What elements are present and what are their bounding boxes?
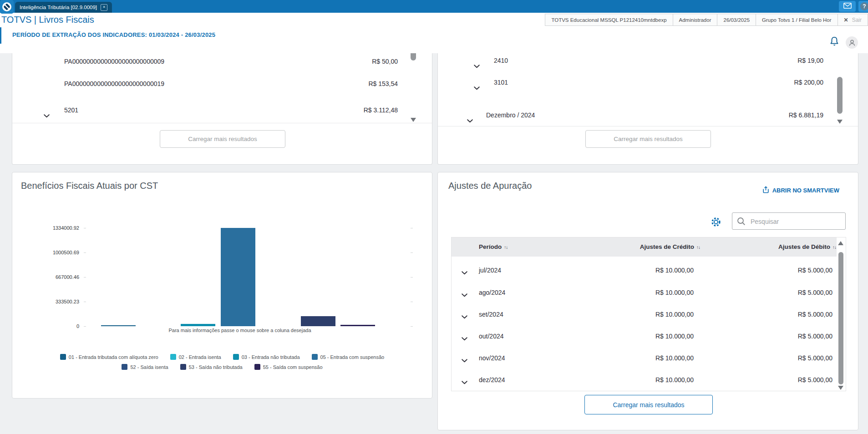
y-axis-tick-mark-right bbox=[411, 228, 413, 228]
open-in-smartview-link[interactable]: ABRIR NO SMARTVIEW bbox=[762, 186, 839, 195]
legend-item: 01 - Entrada tributada com alíquota zero bbox=[60, 354, 158, 360]
sort-icon[interactable]: ↑↓ bbox=[832, 245, 836, 250]
chevron-down-icon[interactable] bbox=[462, 334, 467, 343]
scrollbar-thumb[interactable] bbox=[838, 252, 843, 384]
status-cell-1: Administrador bbox=[673, 14, 717, 25]
legend-label: 01 - Entrada tributada com alíquota zero bbox=[69, 354, 158, 360]
cell-ajustes-credito: R$ 10.000,00 bbox=[655, 282, 694, 303]
right-list-row-label: 3101 bbox=[494, 75, 508, 90]
scrollbar-up-arrow[interactable] bbox=[838, 241, 843, 245]
cell-ajustes-credito: R$ 10.000,00 bbox=[655, 325, 694, 347]
user-avatar[interactable] bbox=[846, 36, 858, 49]
cell-ajustes-debito: R$ 5.000,00 bbox=[798, 259, 832, 281]
app-title: TOTVS | Livros Fiscais bbox=[1, 13, 94, 26]
chart-bar-55[interactable] bbox=[340, 325, 375, 326]
right-list-row-value: R$ 200,00 bbox=[794, 75, 823, 90]
cell-periodo: jul/2024 bbox=[479, 259, 501, 281]
left-accent-bar bbox=[0, 27, 1, 44]
tab-inteligencia-tributaria[interactable]: Inteligência Tributária [02.9.0009] ✕ bbox=[15, 2, 112, 13]
table-row-dez-2024[interactable]: dez/2024R$ 10.000,00R$ 5.000,00 bbox=[452, 369, 846, 391]
chevron-down-icon[interactable] bbox=[462, 378, 467, 386]
scrollbar-thumb[interactable] bbox=[411, 53, 416, 61]
status-cell-2: 26/03/2025 bbox=[717, 14, 756, 25]
cell-ajustes-debito: R$ 5.000,00 bbox=[798, 303, 832, 325]
help-icon: ? bbox=[860, 2, 868, 10]
chevron-down-icon[interactable] bbox=[462, 313, 467, 321]
column-label: Período bbox=[479, 243, 502, 250]
beneficios-fiscais-chart-panel: Benefícios Fiscais Atuais por CST 133400… bbox=[12, 172, 432, 399]
chevron-down-icon[interactable] bbox=[462, 268, 467, 277]
y-axis-tick-mark bbox=[84, 326, 86, 327]
cell-ajustes-credito: R$ 10.000,00 bbox=[655, 347, 694, 369]
chevron-down-icon[interactable] bbox=[462, 291, 467, 299]
search-input[interactable] bbox=[750, 213, 843, 230]
table-settings-gear-icon[interactable] bbox=[711, 217, 721, 229]
legend-item: 55 - Saída com suspensão bbox=[254, 364, 323, 370]
left-list-row-1[interactable]: PA00000000000000000000000019R$ 153,54 bbox=[12, 76, 432, 91]
legend-label: 05 - Entrada com suspensão bbox=[320, 354, 385, 360]
load-more-results-button[interactable]: Carregar mais resultados bbox=[160, 130, 285, 148]
tab-close-icon[interactable]: ✕ bbox=[101, 4, 107, 11]
left-list-row-label: PA00000000000000000000000009 bbox=[64, 54, 164, 69]
left-list-row-2[interactable]: 5201R$ 3.112,48 bbox=[12, 103, 432, 117]
column-header-ajustes-credito[interactable]: Ajustes de Crédito↑↓ bbox=[640, 237, 700, 257]
left-list-row-value: R$ 50,00 bbox=[372, 54, 398, 69]
chevron-down-icon[interactable] bbox=[474, 81, 480, 95]
left-list-row-value: R$ 153,54 bbox=[368, 76, 398, 91]
column-label: Ajustes de Crédito bbox=[640, 243, 694, 250]
mail-icon bbox=[843, 2, 852, 10]
chart-bar-01[interactable] bbox=[101, 325, 136, 326]
left-list-row-0[interactable]: PA00000000000000000000000009R$ 50,00 bbox=[12, 54, 432, 69]
cell-ajustes-credito: R$ 10.000,00 bbox=[655, 369, 694, 391]
chevron-down-icon[interactable] bbox=[474, 59, 480, 73]
cell-ajustes-credito: R$ 10.000,00 bbox=[655, 303, 694, 325]
sort-icon[interactable]: ↑↓ bbox=[696, 245, 700, 250]
y-axis-tick-label: 1334000.92 bbox=[21, 225, 79, 231]
chart-bar-53[interactable] bbox=[301, 316, 335, 326]
y-axis-tick-mark-right bbox=[411, 326, 413, 327]
right-list-row-label: Dezembro / 2024 bbox=[486, 108, 535, 122]
chart-bar-05[interactable] bbox=[221, 228, 255, 326]
column-header-periodo[interactable]: Período↑↓ bbox=[479, 237, 508, 257]
table-row-out-2024[interactable]: out/2024R$ 10.000,00R$ 5.000,00 bbox=[452, 325, 846, 347]
cell-ajustes-debito: R$ 5.000,00 bbox=[798, 369, 832, 391]
table-row-ago-2024[interactable]: ago/2024R$ 10.000,00R$ 5.000,00 bbox=[452, 282, 846, 303]
chart-title: Benefícios Fiscais Atuais por CST bbox=[21, 181, 158, 191]
scrollbar-down-arrow[interactable] bbox=[837, 120, 843, 124]
help-button[interactable]: ? bbox=[858, 1, 868, 12]
load-more-results-button-ajustes[interactable]: Carregar mais resultados bbox=[584, 395, 713, 414]
right-list-row-1[interactable]: 3101R$ 200,00 bbox=[438, 75, 858, 90]
scrollbar-down-arrow[interactable] bbox=[838, 386, 843, 390]
load-more-results-button[interactable]: Carregar mais resultados bbox=[585, 130, 711, 148]
table-row-jul-2024[interactable]: jul/2024R$ 10.000,00R$ 5.000,00 bbox=[452, 259, 846, 281]
right-list-row-2[interactable]: Dezembro / 2024R$ 6.881,19 bbox=[438, 108, 858, 122]
chevron-down-icon[interactable] bbox=[44, 108, 50, 123]
mail-button[interactable] bbox=[839, 1, 856, 12]
chart-legend-row-2: 52 - Saída isenta53 - Saída não tributad… bbox=[12, 364, 432, 370]
logout-button[interactable]: ✕Sair bbox=[838, 14, 868, 25]
indicator-list-panel-left: PA00000000000000000000000009R$ 50,00PA00… bbox=[12, 53, 432, 165]
legend-item: 53 - Saída não tributada bbox=[180, 364, 243, 370]
cell-periodo: set/2024 bbox=[479, 303, 503, 325]
cell-ajustes-credito: R$ 10.000,00 bbox=[655, 259, 694, 281]
right-list-row-0[interactable]: 2410R$ 19,00 bbox=[438, 53, 858, 68]
notifications-bell-icon[interactable] bbox=[829, 36, 839, 49]
legend-swatch bbox=[254, 364, 260, 370]
sort-icon[interactable]: ↑↓ bbox=[504, 245, 508, 250]
y-axis-tick-mark bbox=[84, 277, 86, 278]
table-row-nov-2024[interactable]: nov/2024R$ 10.000,00R$ 5.000,00 bbox=[452, 347, 846, 369]
table-row-set-2024[interactable]: set/2024R$ 10.000,00R$ 5.000,00 bbox=[452, 303, 846, 325]
indicator-list-panel-right: 2410R$ 19,003101R$ 200,00Dezembro / 2024… bbox=[437, 53, 858, 165]
chevron-down-icon[interactable] bbox=[462, 356, 467, 364]
scrollbar-thumb[interactable] bbox=[837, 77, 843, 114]
scrollbar-down-arrow[interactable] bbox=[411, 118, 416, 122]
chart-bar-03[interactable] bbox=[181, 324, 215, 326]
search-icon bbox=[737, 217, 746, 227]
tab-title: Inteligência Tributária [02.9.0009] bbox=[20, 5, 97, 10]
logout-label: Sair bbox=[852, 17, 862, 23]
export-icon bbox=[762, 186, 769, 195]
legend-swatch bbox=[312, 354, 318, 360]
column-header-ajustes-debito[interactable]: Ajustes de Débito↑↓ bbox=[778, 237, 836, 257]
right-list-row-value: R$ 6.881,19 bbox=[789, 108, 823, 122]
y-axis-tick-mark bbox=[84, 228, 86, 228]
